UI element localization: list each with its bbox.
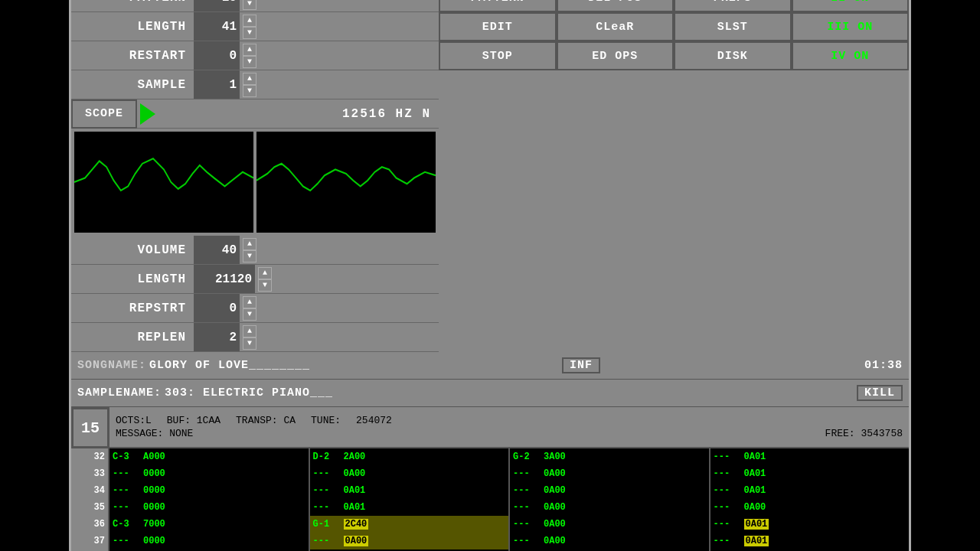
t2r37-note: --- xyxy=(313,536,341,546)
t4r33-data: 0A01 xyxy=(744,468,766,479)
stop-button[interactable]: STOP xyxy=(439,41,557,70)
debug-tune-val: 254072 xyxy=(356,415,392,426)
t2r34-data: 0A01 xyxy=(344,485,366,496)
track2-row35: --- 0A01 xyxy=(310,499,509,516)
row-numbers: 32 33 34 35 36 37 38 xyxy=(71,448,109,551)
debug-message: MESSAGE: NONE xyxy=(116,428,193,439)
pattern-button[interactable]: PATTERN xyxy=(439,0,557,12)
t4r36-data: 0A01 xyxy=(744,519,769,530)
repstrt-spinners[interactable]: ▲ ▼ xyxy=(243,296,256,321)
length-up[interactable]: ▲ xyxy=(243,15,256,27)
t1r34-note: --- xyxy=(113,485,140,496)
length2-down[interactable]: ▼ xyxy=(258,279,272,292)
length2-value: 21120 xyxy=(194,265,255,293)
track1-row37: --- 0000 xyxy=(109,533,309,549)
replen-down[interactable]: ▼ xyxy=(243,337,256,350)
length2-spinners[interactable]: ▲ ▼ xyxy=(258,267,272,292)
t4r32-note: --- xyxy=(714,452,741,462)
repstrt-down[interactable]: ▼ xyxy=(243,308,256,321)
length-spinners[interactable]: ▲ ▼ xyxy=(243,15,256,39)
replen-up[interactable]: ▲ xyxy=(243,325,256,337)
track4-row35: --- 0A00 xyxy=(710,499,910,516)
clear-button[interactable]: CLeaR xyxy=(557,12,675,41)
track3-row34: --- 0A00 xyxy=(510,482,709,499)
volume-down[interactable]: ▼ xyxy=(243,250,256,262)
repstrt-value: 0 xyxy=(194,294,240,322)
songname-value: GLORY OF LOVE________ xyxy=(149,359,310,372)
pattern-row: PATTERN 15 ▲ ▼ xyxy=(71,0,439,12)
replen-spinners[interactable]: ▲ ▼ xyxy=(243,325,256,350)
scope-button[interactable]: SCOPE xyxy=(71,99,137,129)
t1r33-data: 0000 xyxy=(143,468,165,479)
volume-up[interactable]: ▲ xyxy=(243,238,256,250)
length2-up[interactable]: ▲ xyxy=(258,267,272,279)
replen-row: REPLEN 2 ▲ ▼ xyxy=(71,323,439,352)
t2r36-note: G-1 xyxy=(313,519,341,530)
length-row: LENGTH 41 ▲ ▼ xyxy=(71,12,439,41)
t2r35-data: 0A01 xyxy=(344,502,366,513)
ed-ops-button[interactable]: ED OPS xyxy=(557,41,675,70)
debug-line2: MESSAGE: NONE FREE: 3543758 xyxy=(116,428,903,439)
pattern-label: PATTERN xyxy=(71,0,194,5)
top-section: POSITION 15 ▲ ▼ PATTERN 15 ▲ ▼ LENGTH 41 xyxy=(71,0,909,352)
restart-down[interactable]: ▼ xyxy=(243,56,256,68)
right-panel: PLAY INS POS SPL I ON PATTERN DEL POS PR… xyxy=(439,0,909,352)
volume-label: VOLUME xyxy=(71,243,194,257)
repstrt-label: REPSTRT xyxy=(71,302,194,315)
on2-button[interactable]: II ON xyxy=(792,0,910,12)
track1-row32: C-3 A000 xyxy=(109,448,309,465)
del-pos-button[interactable]: DEL POS xyxy=(557,0,675,12)
track4-row33: --- 0A01 xyxy=(710,465,910,482)
scope-waveform-left xyxy=(74,132,253,233)
t3r33-note: --- xyxy=(513,468,541,479)
volume-spinners[interactable]: ▲ ▼ xyxy=(243,238,256,262)
track2-row36: G-1 2C40 xyxy=(310,516,509,533)
track1-row36: C-3 7000 xyxy=(109,516,309,533)
left-panel: POSITION 15 ▲ ▼ PATTERN 15 ▲ ▼ LENGTH 41 xyxy=(71,0,439,352)
repstrt-up[interactable]: ▲ xyxy=(243,296,256,308)
disk-button[interactable]: DISK xyxy=(674,41,792,70)
right-filler xyxy=(439,70,909,217)
prefs-button[interactable]: PREFS xyxy=(674,0,792,12)
t3r32-data: 3A00 xyxy=(544,452,566,462)
sample-spinners[interactable]: ▲ ▼ xyxy=(243,73,256,97)
button-grid: PLAY INS POS SPL I ON PATTERN DEL POS PR… xyxy=(439,0,909,70)
scope-canvas-left xyxy=(74,132,253,233)
edit-button[interactable]: EDIT xyxy=(439,12,557,41)
track2-row32: D-2 2A00 xyxy=(310,448,509,465)
scope-display xyxy=(71,129,439,236)
on4-button[interactable]: IV ON xyxy=(792,41,910,70)
t4r34-note: --- xyxy=(714,485,741,496)
track4-row36: --- 0A01 xyxy=(710,516,910,533)
pattern-down[interactable]: ▼ xyxy=(243,0,256,10)
slst-button[interactable]: SLST xyxy=(674,12,792,41)
length-value: 41 xyxy=(194,12,240,41)
track3-row32: G-2 3A00 xyxy=(510,448,709,465)
kill-button[interactable]: KILL xyxy=(857,385,903,401)
t3r32-note: G-2 xyxy=(513,452,541,462)
t1r37-data: 0000 xyxy=(143,536,165,546)
t1r32-data: A000 xyxy=(143,452,165,462)
debug-transp: TRANSP: CA xyxy=(236,415,296,426)
length-down[interactable]: ▼ xyxy=(243,27,256,39)
pattern-spinners[interactable]: ▲ ▼ xyxy=(243,0,256,10)
track1-row33: --- 0000 xyxy=(109,465,309,482)
length2-label: LENGTH xyxy=(71,272,194,286)
sample-value: 1 xyxy=(194,70,240,99)
track-1: C-3 A000 --- 0000 --- 0000 --- 0000 C-3 … xyxy=(109,448,310,551)
t2r34-note: --- xyxy=(313,485,341,496)
t4r37-note: --- xyxy=(714,536,741,546)
restart-spinners[interactable]: ▲ ▼ xyxy=(243,44,256,68)
sample-up[interactable]: ▲ xyxy=(243,73,256,85)
t4r37-data: 0A01 xyxy=(744,536,769,546)
row-num-36: 36 xyxy=(71,516,108,533)
track1-row34: --- 0000 xyxy=(109,482,309,499)
on3-button[interactable]: III ON xyxy=(792,12,910,41)
debug-buf: BUF: 1CAA xyxy=(167,415,220,426)
restart-up[interactable]: ▲ xyxy=(243,44,256,56)
sample-down[interactable]: ▼ xyxy=(243,85,256,97)
inf-button[interactable]: INF xyxy=(562,357,600,373)
t2r37-data: 0A00 xyxy=(344,536,369,546)
restart-label: RESTART xyxy=(71,49,194,63)
track2-row33: --- 0A00 xyxy=(310,465,509,482)
